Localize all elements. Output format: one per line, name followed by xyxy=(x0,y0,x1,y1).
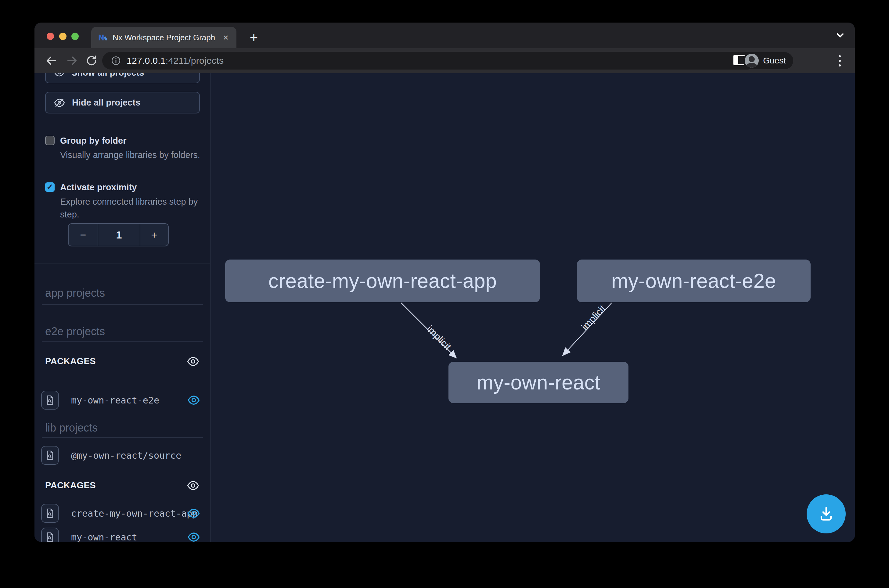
group-by-folder-label: Group by folder xyxy=(60,135,201,146)
url-text: 127.0.0.1:4211/projects xyxy=(127,56,224,66)
e2e-projects-rule xyxy=(42,341,203,342)
profile-button[interactable]: Guest xyxy=(743,52,793,69)
activate-proximity-label: Activate proximity xyxy=(60,182,201,193)
project-row-create-my-own-react-app: create-my-own-react-app xyxy=(41,504,204,523)
avatar xyxy=(745,54,759,68)
site-info-icon[interactable] xyxy=(111,56,121,66)
project-graph-sidebar: Show all projects Hide all projects Grou… xyxy=(35,73,210,542)
lib-projects-heading: lib projects xyxy=(45,422,98,434)
proximity-decrement-button[interactable]: − xyxy=(69,224,98,246)
toggle-visibility-eye-icon[interactable] xyxy=(187,394,200,406)
tab-title: Nx Workspace Project Graph xyxy=(113,33,217,42)
activate-proximity-description: Explore connected libraries step by step… xyxy=(60,195,203,221)
sidebar-divider xyxy=(35,264,210,264)
project-name[interactable]: @my-own-react/source xyxy=(71,450,181,461)
focus-project-button[interactable] xyxy=(41,528,59,542)
tab-search-chevron-icon[interactable] xyxy=(835,30,846,40)
browser-toolbar: 127.0.0.1:4211/projects Guest xyxy=(35,48,855,73)
e2e-packages-eye-icon[interactable] xyxy=(187,355,200,368)
focus-project-button[interactable] xyxy=(41,504,59,523)
lib-packages-heading: PACKAGES xyxy=(45,480,96,490)
focus-project-button[interactable] xyxy=(41,391,59,410)
lib-packages-eye-icon[interactable] xyxy=(187,479,200,492)
edge-label-implicit: implicit xyxy=(424,323,454,352)
activate-proximity-checkbox[interactable]: ✓ xyxy=(45,182,55,192)
tab-strip: Nx Workspace Project Graph × + xyxy=(35,22,855,48)
project-row-my-own-react-e2e: my-own-react-e2e xyxy=(41,391,204,410)
browser-menu-icon[interactable] xyxy=(833,54,846,68)
focus-project-button[interactable] xyxy=(41,446,59,465)
proximity-increment-button[interactable]: + xyxy=(140,224,168,246)
nx-favicon-icon xyxy=(98,33,108,42)
toggle-visibility-eye-icon[interactable] xyxy=(187,507,200,520)
graph-node-my-own-react-e2e[interactable]: my-own-react-e2e xyxy=(577,260,811,302)
group-by-folder-description: Visually arrange libraries by folders. xyxy=(60,148,203,161)
minimize-window-button[interactable] xyxy=(59,33,66,40)
proximity-depth-value[interactable]: 1 xyxy=(98,224,140,246)
app-projects-heading: app projects xyxy=(45,286,105,300)
edge-label-implicit: implicit xyxy=(579,303,608,332)
graph-node-create-my-own-react-app[interactable]: create-my-own-react-app xyxy=(225,260,540,302)
show-all-projects-button[interactable]: Show all projects xyxy=(45,73,200,83)
project-name[interactable]: my-own-react-e2e xyxy=(71,395,159,406)
eye-off-icon xyxy=(54,97,65,109)
tab-nx-workspace-project-graph[interactable]: Nx Workspace Project Graph × xyxy=(91,27,236,48)
project-row-my-own-react-source: @my-own-react/source xyxy=(41,446,204,465)
lib-projects-rule xyxy=(42,437,203,438)
reload-button[interactable] xyxy=(83,52,100,69)
tab-close-icon[interactable]: × xyxy=(222,33,230,42)
hide-all-projects-label: Hide all projects xyxy=(72,98,140,108)
forward-button[interactable] xyxy=(64,52,80,69)
group-by-folder-option: Group by folder Visually arrange librari… xyxy=(45,135,201,161)
group-by-folder-checkbox[interactable] xyxy=(45,136,55,145)
activate-proximity-option: ✓ Activate proximity Explore connected l… xyxy=(45,182,201,221)
app-projects-rule xyxy=(42,304,203,304)
new-tab-button[interactable]: + xyxy=(246,29,262,46)
project-name[interactable]: create-my-own-react-app xyxy=(71,508,198,519)
back-button[interactable] xyxy=(43,52,60,69)
graph-edges: implicit implicit xyxy=(210,73,855,542)
project-row-my-own-react: my-own-react xyxy=(41,528,204,542)
graph-node-my-own-react[interactable]: my-own-react xyxy=(449,362,628,403)
close-window-button[interactable] xyxy=(47,33,54,40)
project-name[interactable]: my-own-react xyxy=(71,532,137,542)
toggle-visibility-eye-icon[interactable] xyxy=(187,531,200,542)
zoom-window-button[interactable] xyxy=(71,33,79,40)
e2e-projects-heading: e2e projects xyxy=(45,325,105,338)
hide-all-projects-button[interactable]: Hide all projects xyxy=(45,92,200,114)
proximity-depth-stepper: − 1 + xyxy=(68,223,169,246)
profile-label: Guest xyxy=(763,56,786,66)
e2e-packages-heading: PACKAGES xyxy=(45,356,96,366)
url-bar[interactable]: 127.0.0.1:4211/projects xyxy=(102,52,756,69)
download-icon xyxy=(817,505,835,523)
download-graph-button[interactable] xyxy=(806,494,846,533)
project-graph-canvas[interactable]: implicit implicit create-my-own-react-ap… xyxy=(210,73,855,542)
browser-window: Nx Workspace Project Graph × + 127.0.0.1… xyxy=(35,22,855,542)
